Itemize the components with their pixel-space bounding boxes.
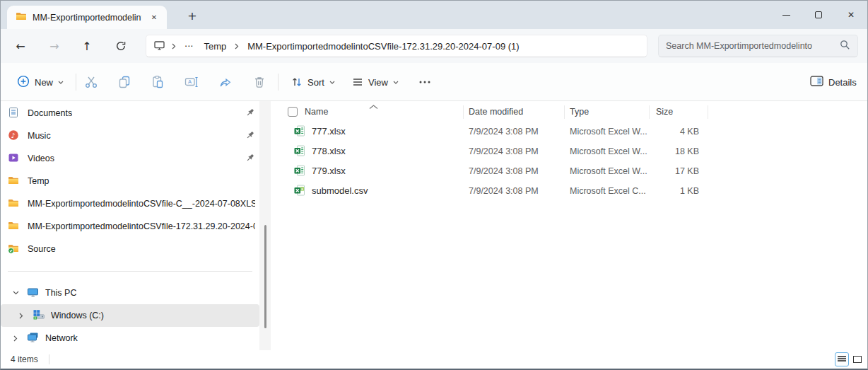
back-button[interactable]: ← [9,35,32,57]
select-all-checkbox[interactable] [288,107,298,117]
paste-button[interactable] [146,71,169,93]
svg-text:A: A [188,79,192,85]
copy-icon [117,75,131,89]
sidebar-item-documents[interactable]: Documents [1,102,259,125]
view-button[interactable]: View [346,70,405,94]
details-pane-button[interactable]: Details [804,70,863,94]
search-box[interactable]: Search MM-Exportimportedmodelinto [658,35,858,57]
address-bar[interactable]: ··· Temp MM-ExportimportedmodelintoCSVfi… [146,35,647,57]
new-button[interactable]: New [11,70,70,94]
pin-icon [245,130,255,142]
details-pane-label: Details [828,77,857,88]
column-headers: Name Date modified Type Size [271,103,867,121]
windows-drive-icon [33,309,45,323]
explorer-tab[interactable]: MM-Exportimportedmodelinto ✕ [7,6,167,29]
file-name: 778.xlsx [312,146,346,156]
file-name: 779.xlsx [312,166,346,176]
command-toolbar: New A [1,63,867,101]
column-header-type[interactable]: Type [570,107,589,117]
this-pc-icon [27,287,39,300]
sidebar-scrollbar-thumb[interactable] [264,225,266,328]
column-header-date-modified[interactable]: Date modified [469,107,523,117]
pin-icon [245,108,255,120]
view-button-label: View [368,77,388,88]
file-size: 18 KB [638,146,699,156]
sidebar-item-videos[interactable]: Videos [1,147,259,170]
see-more-button[interactable] [414,71,436,93]
share-button[interactable] [214,71,237,93]
chevron-collapsed-icon[interactable] [16,313,26,319]
delete-button[interactable] [248,71,271,93]
minimize-icon [782,15,790,16]
sidebar-scrollbar[interactable] [259,101,271,350]
sidebar-item-label: Temp [28,176,49,186]
chevron-collapsed-icon[interactable] [11,335,20,342]
sidebar-item-windows-c[interactable]: Windows (C:) [1,304,259,327]
column-header-name[interactable]: Name [305,107,328,117]
music-icon: ♪ [8,129,19,143]
chevron-down-icon [393,81,399,84]
breadcrumb-chevron-icon [235,41,239,52]
file-explorer-window: MM-Exportimportedmodelinto ✕ + ✕ ← → ↑ [0,0,868,370]
sidebar-item-temp[interactable]: Temp [1,170,259,192]
breadcrumb-chevron-icon [172,41,176,52]
large-icons-view-toggle[interactable] [850,352,864,366]
file-row[interactable]: 777.xlsx 7/9/2024 3:08 PM Microsoft Exce… [271,121,867,141]
forward-button[interactable]: → [43,35,66,57]
close-icon: ✕ [848,10,855,20]
close-button[interactable]: ✕ [835,1,867,29]
plus-circle-icon [17,75,30,90]
chevron-down-icon [329,81,335,84]
sidebar-item-source[interactable]: Source [1,238,259,260]
csv-file-icon: a [294,185,305,199]
cut-button[interactable] [80,71,102,93]
file-date-modified: 7/9/2024 3:08 PM [469,186,539,196]
excel-file-icon [294,165,305,179]
rename-button[interactable]: A [180,71,203,93]
folder-icon [8,197,19,211]
excel-file-icon [294,145,305,159]
chevron-expanded-icon[interactable] [11,291,20,295]
sidebar-item-music[interactable]: ♪ Music [1,125,259,147]
sidebar-item-this-pc[interactable]: This PC [1,282,259,304]
column-header-size[interactable]: Size [656,107,673,117]
details-pane-icon [810,76,823,88]
file-name: submodel.csv [312,185,368,196]
file-row[interactable]: 779.xlsx 7/9/2024 3:08 PM Microsoft Exce… [271,161,867,180]
large-icons-view-icon [853,356,862,363]
file-row[interactable]: a submodel.csv 7/9/2024 3:08 PM Microsof… [271,180,867,200]
sort-button[interactable]: Sort [285,70,341,94]
breadcrumb-overflow[interactable]: ··· [182,40,195,53]
share-icon [218,75,233,89]
details-view-toggle[interactable] [835,352,849,366]
sidebar-item-label: Documents [28,108,72,118]
file-row[interactable]: 778.xlsx 7/9/2024 3:08 PM Microsoft Exce… [271,141,867,161]
breadcrumb-temp[interactable]: Temp [201,40,228,53]
sidebar-item-mm-folder-1[interactable]: MM-ExportimportedmodelintoCSVfile-C__-20… [1,192,259,215]
minimize-button[interactable] [770,1,802,29]
details-view-icon [838,356,846,363]
sidebar-item-mm-folder-2[interactable]: MM-ExportimportedmodelintoCSVfile-172.31… [1,215,259,238]
synced-folder-icon [8,243,19,256]
up-button[interactable]: ↑ [76,35,98,57]
file-date-modified: 7/9/2024 3:08 PM [469,127,539,137]
search-icon [840,40,850,52]
window-controls: ✕ [770,1,867,29]
cut-icon [84,75,98,89]
tab-title: MM-Exportimportedmodelinto [33,13,141,23]
new-tab-button[interactable]: + [183,6,201,25]
excel-file-icon [294,125,305,139]
pin-icon [245,153,255,165]
sidebar-item-label: This PC [45,288,76,298]
folder-icon [8,175,19,188]
maximize-button[interactable] [802,1,835,29]
refresh-button[interactable] [110,35,132,57]
file-type: Microsoft Excel W... [570,166,647,176]
breadcrumb-current-folder[interactable]: MM-ExportimportedmodelintoCSVfile-172.31… [245,40,521,53]
tab-close-icon[interactable]: ✕ [147,11,161,25]
copy-button[interactable] [113,71,136,93]
svg-text:♪: ♪ [11,131,16,139]
maximize-icon [815,11,822,18]
file-type: Microsoft Excel W... [570,146,647,156]
sidebar-item-network[interactable]: Network [1,327,259,349]
